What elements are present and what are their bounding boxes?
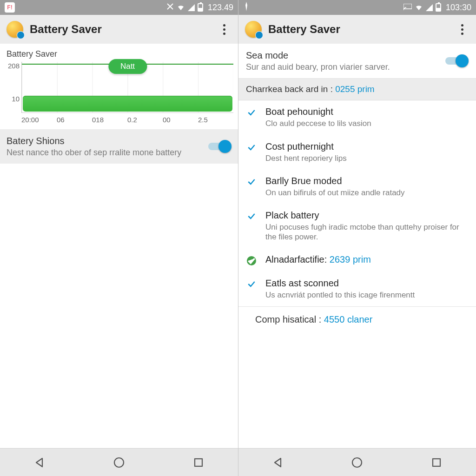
sea-mode-toggle[interactable] [445,54,469,67]
y-tick: 208 [6,62,20,70]
item-sub: Dest hent reporiery lips [265,153,469,163]
nav-back-button[interactable] [268,452,288,473]
app-bar: Battery Saver [238,15,476,44]
list-item[interactable]: Cost puthernight Dest hent reporiery lip… [238,135,476,170]
item-title: Plack battery [265,210,469,221]
overflow-menu-button[interactable] [217,22,231,37]
page-title: Battery Saver [30,23,217,36]
svg-point-0 [114,458,124,467]
battery-shions-toggle[interactable] [208,140,231,153]
item-title: Cost puthernight [265,141,469,152]
x-tick: 2.5 [198,116,233,124]
sea-mode-sub: Sur and auid beary, pron viarier sarver. [246,62,445,73]
phone-left: F! 123.49 Battery Saver Battery Saver 20… [0,0,238,476]
battery-chart: 208 10 Natt 20:00 06 018 0.2 00 2.5 [0,62,238,129]
comp-prefix: Comp hisatical : [255,314,324,324]
charrkea-section: Charrkea back ard in : 0255 prim [238,79,476,100]
battery-shions-row[interactable]: Batery Shions Nest nance tho ober of sep… [0,129,238,164]
settings-list: Boat pehounight Clo auld peccese to lils… [238,100,476,306]
app-bar: Battery Saver [0,15,238,44]
x-tick: 06 [57,116,92,124]
sea-mode-row[interactable]: Sea mode Sur and auid beary, pron viarie… [238,44,476,79]
check-icon [246,106,257,128]
status-right: 103:30 [403,3,471,13]
svg-point-3 [352,458,362,467]
item-sub: Uni pocuses fugh iradic mctobe than qutt… [265,222,469,242]
content-area: Battery Saver 208 10 Natt 20:00 06 018 0… [0,44,238,448]
chart-canvas: Natt [21,62,233,113]
section-prefix: Charrkea back ard in : [246,84,335,94]
section-accent: 0255 prim [335,84,375,94]
list-item[interactable]: Plack battery Uni pocuses fugh iradic mc… [238,204,476,249]
nav-back-button[interactable] [29,452,50,473]
check-circle-icon [246,254,257,265]
nav-recent-button[interactable] [426,452,447,473]
item-sub: Clo auld peccese to lils vasion [265,119,469,128]
svg-rect-1 [195,459,202,466]
check-icon [246,141,257,163]
check-icon [246,278,257,300]
switch-row-text: Sea mode Sur and auid beary, pron viarie… [246,49,445,73]
nav-home-button[interactable] [109,452,129,473]
status-left [243,2,250,13]
switch-row-title: Batery Shions [7,135,204,147]
battery-icon [436,3,441,12]
status-right: 123.49 [166,3,233,13]
list-item[interactable]: Barlly Brue moded On uan bifiruls of out… [238,170,476,204]
item-title: Boat pehounight [265,106,469,118]
alnadar-text: Alnadarfactifie: 2639 prim [265,254,469,265]
x-tick: 0.2 [127,116,163,124]
x-tick: 00 [163,116,198,124]
switch-row-sub: Nest nance tho ober of sep rralite mone … [7,147,204,158]
marker-icon [243,2,250,13]
status-left: F! [5,2,15,13]
phone-right: 103:30 Battery Saver Sea mode Sur and au… [238,0,476,476]
nav-bar [0,448,238,476]
nav-bar [238,448,476,476]
overflow-menu-button[interactable] [455,22,469,37]
content-area: Sea mode Sur and auid beary, pron viarie… [238,44,476,448]
chart-x-axis: 20:00 06 018 0.2 00 2.5 [6,116,233,124]
cast-icon [403,3,412,13]
notification-icon: F! [5,2,15,13]
sea-mode-title: Sea mode [246,49,445,62]
list-item[interactable]: Boat pehounight Clo auld peccese to lils… [238,100,476,135]
svg-rect-4 [433,459,440,466]
status-clock: 123.49 [208,3,233,13]
comp-row[interactable]: Comp hisatical : 4550 claner [238,306,476,333]
x-tick: 018 [92,116,127,124]
page-title: Battery Saver [268,23,455,36]
check-icon [246,210,257,242]
app-icon [7,21,23,38]
item-title: Barlly Brue moded [265,175,469,187]
alnadar-item[interactable]: Alnadarfactifie: 2639 prim [238,249,476,272]
item-sub: On uan bifiruls of out miize andle ratad… [265,188,469,198]
wifi-icon [415,3,423,12]
wifi-icon [177,3,185,12]
y-tick: 10 [6,95,20,103]
close-icon [166,3,174,13]
item-sub: Us acnvriát pontled to this icage firenm… [265,290,469,300]
nav-recent-button[interactable] [188,452,209,473]
status-bar: F! 123.49 [0,0,238,15]
list-item[interactable]: Eatls ast sconned Us acnvriát pontled to… [238,272,476,306]
check-icon [246,175,257,198]
cell-signal-icon [426,4,433,11]
battery-icon [198,3,203,12]
app-icon [245,21,262,38]
status-clock: 103:30 [446,3,471,13]
item-title: Eatls ast sconned [265,278,469,289]
switch-row-text: Batery Shions Nest nance tho ober of sep… [7,135,208,158]
chart-plot: 208 10 Natt [6,62,233,113]
chart-chip[interactable]: Natt [108,59,147,74]
chart-y-axis: 208 10 [6,62,21,113]
chart-area-series [23,96,232,112]
cell-signal-icon [188,4,195,11]
x-tick: 20:00 [21,116,57,124]
status-bar: 103:30 [238,0,476,15]
nav-home-button[interactable] [347,452,367,473]
comp-accent: 4550 claner [324,314,373,324]
